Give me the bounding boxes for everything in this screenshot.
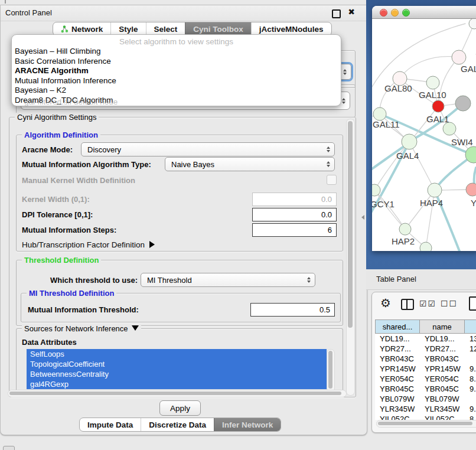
network-edge [374,142,409,190]
network-edge [409,142,435,190]
table-row[interactable]: YBL079WYBL079W [375,394,476,404]
minimized-panel-button[interactable] [3,446,15,450]
tab-jactivemnodules[interactable]: jActiveMNodules [251,22,331,35]
network-node[interactable] [402,134,417,149]
network-node[interactable] [466,183,476,196]
table-panel-titlebar: Table Panel [366,269,476,290]
combo-spinner-icon [342,92,345,109]
mi-type-combobox[interactable]: Naive Bayes [165,157,335,171]
mi-threshold-label: Mutual Information Threshold: [28,305,139,314]
table-row[interactable]: YDR27...YDR27...12 [375,344,476,354]
close-icon[interactable]: ✖ [348,7,355,17]
minimize-traffic-light[interactable] [391,9,399,17]
table-cell: 9. [465,384,476,394]
network-window-titlebar[interactable] [372,6,476,19]
aracne-mode-combobox[interactable]: Discovery [81,142,335,156]
algorithm-popup-item[interactable]: Bayesian – Hill Climbing [12,47,341,57]
node-table: shared...nameA YDL19...YDL19...13YDR27..… [375,319,476,420]
table-cell: YLR345W [420,404,465,414]
network-view-window: GAL2GAL80GAL10GAL1GAL11SWI4GAL4GCY1HAP4Y… [372,6,476,251]
network-canvas[interactable]: GAL2GAL80GAL10GAL1GAL11SWI4GAL4GCY1HAP4Y… [372,19,476,251]
table-row[interactable]: YLR345WYLR345W9. [375,404,476,414]
network-node[interactable] [428,183,442,197]
close-traffic-light[interactable] [380,9,387,17]
network-graph: GAL2GAL80GAL10GAL1GAL11SWI4GAL4GCY1HAP4Y… [372,19,476,251]
tab-cyni-toolbox[interactable]: Cyni Toolbox [185,22,251,35]
table-column-header[interactable]: shared... [375,319,420,334]
table-row[interactable]: YDL19...YDL19...13 [375,334,476,344]
network-node[interactable] [426,76,439,89]
export-table-icon[interactable] [469,296,476,311]
tab-infer-network[interactable]: Infer Network [214,418,281,431]
table-row[interactable]: YPR145WYPR145W9. [375,364,476,374]
table-row[interactable]: YER054CYER054C8. [375,374,476,384]
hub-definition-expander[interactable]: Hub/Transcription Factor Definition [22,240,155,249]
tab-jactivemnodules-label: jActiveMNodules [259,25,324,34]
table-horizontal-scrollbar-thumb[interactable] [378,422,472,425]
expander-down-icon [132,325,139,331]
table-cell: YBL079W [420,394,465,404]
algorithm-popup-item[interactable]: Bayesian – K2 [12,86,341,96]
manual-kernel-label: Manual Kernel Width Definition [22,176,135,185]
control-panel-window: Control Panel ✖ Network Style Select Cyn… [0,5,367,435]
mi-threshold-definition-title: MI Threshold Definition [27,289,116,298]
algorithm-popup-item[interactable]: ARACNE Algorithm [12,66,341,76]
table-row[interactable]: YBR043CYBR043C [375,354,476,364]
table-cell: YDR27... [375,344,420,354]
network-node[interactable] [432,100,444,112]
network-node[interactable] [452,50,466,64]
network-node[interactable] [372,184,380,196]
mi-threshold-field[interactable]: 0.5 [250,303,335,317]
table-cell: YIL052C [420,414,465,420]
tab-network[interactable]: Network [53,22,110,35]
splitter-handle-icon[interactable] [361,215,364,220]
data-attribute-item[interactable]: SelfLoops [27,349,327,359]
zoom-traffic-light[interactable] [402,9,410,17]
tab-impute-data[interactable]: Impute Data [80,418,141,431]
table-row[interactable]: YIL052CYIL052C8. [375,414,476,420]
tab-discretize-data[interactable]: Discretize Data [141,418,214,431]
combo-spinner-icon [327,158,330,171]
network-node[interactable] [420,242,432,251]
table-panel-title: Table Panel [376,275,416,283]
network-node[interactable] [455,96,471,111]
tab-select[interactable]: Select [146,22,185,35]
manual-kernel-checkbox[interactable] [327,175,337,185]
combo-spinner-icon [307,273,311,286]
algorithm-popup-item[interactable]: Mutual Information Inference [12,76,341,86]
sources-title[interactable]: Sources for Network Inference [22,324,141,333]
settings-vertical-scrollbar-thumb[interactable] [348,121,353,328]
network-node[interactable] [399,223,411,235]
select-all-checkboxes-icon[interactable]: ☑☑ [419,299,436,308]
apply-button[interactable]: Apply [159,400,201,416]
float-window-icon[interactable] [332,9,341,18]
table-row[interactable]: YBR045CYBR045C9. [375,384,476,394]
which-threshold-combobox[interactable]: MI Threshold [141,273,315,287]
table-column-header[interactable]: name [420,319,465,334]
table-horizontal-scrollbar[interactable] [376,420,476,428]
kernel-width-field[interactable]: 0.0 [252,193,337,206]
deselect-all-checkboxes-icon[interactable]: ☐☐ [441,299,458,308]
network-edge [374,190,405,229]
tab-style-label: Style [119,25,138,34]
node-label: GAL11 [373,119,400,129]
network-node[interactable] [443,122,456,135]
mi-steps-field[interactable]: 6 [252,223,337,237]
data-attribute-item[interactable]: TopologicalCoefficient [27,359,327,369]
algorithm-popup-item[interactable]: Basic Correlation Inference [12,57,341,67]
network-node[interactable] [469,19,476,29]
data-attribute-item[interactable]: BetweennessCentrality [27,369,327,379]
aracne-mode-value: Discovery [87,145,121,154]
data-attribute-item[interactable]: gal4RGexp [27,379,327,389]
network-node[interactable] [373,107,386,120]
tab-style[interactable]: Style [110,22,145,35]
columns-icon[interactable] [401,299,414,310]
table-column-header[interactable]: A [465,319,476,334]
dpi-tolerance-field[interactable]: 0.0 [252,208,337,221]
attributes-scrollbar[interactable] [327,349,335,393]
mi-type-value: Naive Bayes [171,160,214,169]
settings-vertical-scrollbar[interactable] [346,119,355,396]
gear-icon[interactable]: ⚙ [380,296,391,310]
attributes-scrollbar-thumb[interactable] [328,351,332,389]
algorithm-definition-title: Algorithm Definition [22,131,100,139]
